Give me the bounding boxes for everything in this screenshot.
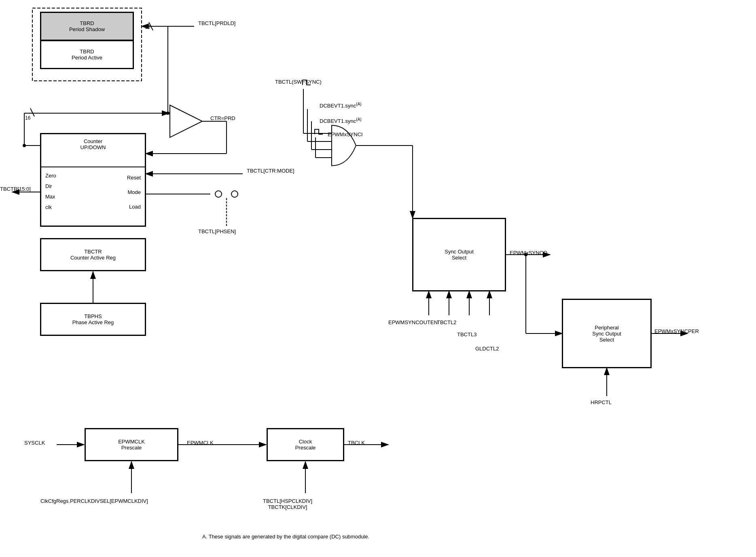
clkcfgregs-label: ClkCfgRegs.PERCLKDIVSEL[EPWMCLKDIV] [40, 498, 148, 504]
sup-a1: (A) [356, 102, 361, 106]
sync-output-label2: Select [452, 255, 466, 261]
tbrd-shadow-label1: TBRD [80, 20, 94, 26]
peripheral-sync-label3: Select [599, 337, 614, 343]
svg-marker-12 [170, 105, 202, 137]
tbclk-label: TBCLK [348, 440, 365, 446]
tbrd-shadow-label2: Period Shadow [69, 26, 105, 32]
tbrd-shadow-box: TBRD Period Shadow [40, 12, 133, 40]
tbctl-ctr-mode-label: TBCTL[CTR:MODE] [247, 168, 294, 174]
tbphs-box-label2: Phase Active Reg [72, 319, 114, 325]
epwmxsyncper-label: EPWMxSYNCPER [654, 328, 699, 334]
diagram-container: TBRD Period Shadow TBRD Period Active TB… [0, 0, 756, 557]
sup-a2: (A) [356, 117, 361, 122]
counter-reset-label: Reset [127, 171, 141, 185]
tbctr-label: TBCTR[15:0] [0, 186, 31, 192]
sync-output-label1: Sync Output [445, 249, 474, 255]
sync-output-select-box: Sync Output Select [413, 218, 506, 291]
tbctl3-label: TBCTL3 [457, 331, 476, 338]
clock-prescale-label2: Prescale [295, 445, 316, 451]
diagram-svg [0, 0, 756, 557]
epwmclk-label1: EPWMCLK [118, 439, 145, 445]
dcbevt1-sync-1-label: DCBEVT1.sync(A) [320, 102, 362, 109]
epwmsyncouten-label: EPWMSYNCOUTEN [388, 319, 438, 325]
counter-load-label: Load [127, 200, 141, 214]
gldctl2-label: GLDCTL2 [475, 346, 499, 352]
clock-prescale-box: Clock Prescale [267, 428, 344, 461]
tbctl-swfsync-label: TBCTL(SWFSYNC) [275, 79, 322, 85]
epwmclk-label2: Prescale [121, 445, 142, 451]
sysclk-label: SYSCLK [24, 440, 45, 446]
svg-point-31 [231, 191, 238, 197]
svg-point-30 [215, 191, 222, 197]
peripheral-sync-box: Peripheral Sync Output Select [562, 299, 651, 368]
tbrd-active-label1: TBRD [80, 49, 94, 55]
tbctr-box-label1: TBCTR [84, 249, 102, 255]
tbctl-hspclkdiv-label: TBCTL[HSPCLKDIV] TBCTK[CLKDIV] [263, 498, 312, 510]
tbctl-phsen-label: TBCTL[PHSEN] [198, 228, 236, 234]
dcbevt1-sync-2-label: DCBEVT1.sync(A) [320, 117, 362, 124]
counter-label2: UP/DOWN [80, 144, 106, 150]
tbctr-box: TBCTR Counter Active Reg [40, 238, 146, 271]
counter-zero-label: Zero [45, 171, 56, 181]
tbrd-active-box: TBRD Period Active [40, 40, 133, 69]
clock-prescale-label1: Clock [299, 439, 312, 445]
tbctl-prdld-label: TBCTL[PRDLD] [198, 20, 235, 26]
hrpctl-label: HRPCTL [591, 399, 612, 405]
peripheral-sync-label2: Sync Output [592, 331, 621, 337]
bus-16-counter: 16 [25, 115, 30, 121]
counter-max-label: Max [45, 192, 56, 202]
bus-16-top: 16 [145, 24, 150, 30]
epwmclk-signal-label: EPWMCLK [187, 440, 214, 446]
counter-dir-label: Dir [45, 181, 56, 192]
svg-point-23 [166, 112, 169, 115]
svg-point-24 [23, 144, 26, 147]
ctr-prd-label: CTR=PRD [210, 115, 235, 121]
counter-label1: Counter [84, 138, 102, 144]
tbctl2-label: TBCTL2 [437, 319, 456, 325]
peripheral-sync-label1: Peripheral [595, 325, 618, 331]
footnote: A. These signals are generated by the di… [202, 534, 369, 540]
counter-box: Counter UP/DOWN Zero Dir Max clk Reset M… [40, 133, 146, 226]
tbctr-box-label2: Counter Active Reg [70, 255, 116, 261]
tbphs-box-label1: TBPHS [84, 313, 102, 319]
counter-clk-label: clk [45, 202, 56, 213]
counter-mode-label: Mode [127, 185, 141, 200]
epwmxsynco-label: EPWMxSYNCO [510, 250, 547, 256]
tbphs-box: TBPHS Phase Active Reg [40, 303, 146, 335]
tbrd-active-label2: Period Active [72, 55, 102, 61]
svg-line-22 [30, 108, 34, 116]
epwmclk-prescale-box: EPWMCLK Prescale [85, 428, 178, 461]
epwmxsynci-label: EPWMxSYNCI [328, 131, 363, 137]
